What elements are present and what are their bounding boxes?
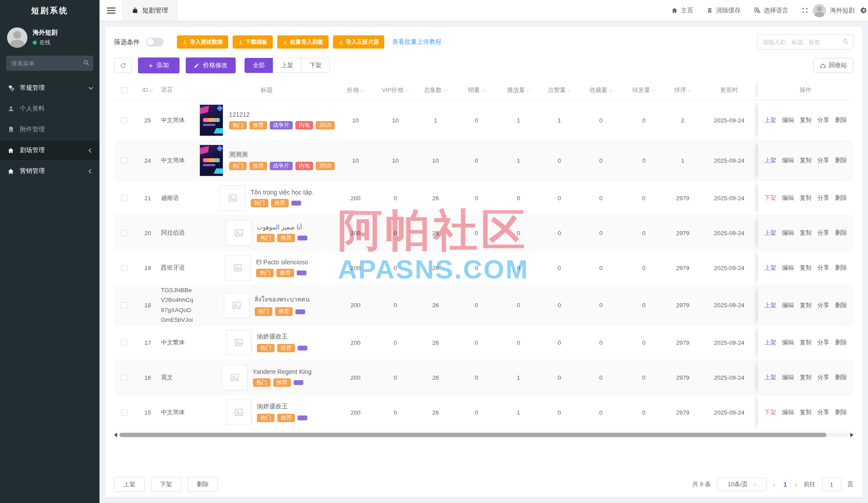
row-checkbox[interactable] (121, 117, 127, 123)
sort-icons[interactable]: ↓↑ (567, 88, 571, 93)
status-toggle-link[interactable]: 上架 (765, 116, 776, 124)
row-checkbox[interactable] (121, 302, 127, 309)
action-link[interactable]: 分享 (818, 373, 830, 381)
row-checkbox[interactable] (121, 265, 127, 271)
scrollbar-track[interactable] (119, 433, 848, 437)
action-link[interactable]: 分享 (818, 194, 830, 202)
status-toggle-link[interactable]: 上架 (765, 229, 776, 237)
sort-icons[interactable]: ↓↑ (688, 88, 692, 93)
sort-icons[interactable]: ↓↑ (149, 88, 153, 93)
nav-language[interactable]: 选择语言 (754, 7, 788, 15)
segment-全部[interactable]: 全部 (245, 58, 273, 73)
status-toggle-link[interactable]: 下架 (765, 194, 776, 202)
action-link[interactable]: 复制 (800, 373, 812, 381)
action-link[interactable]: 删除 (835, 156, 847, 164)
action-link[interactable]: 分享 (818, 156, 830, 164)
sort-icons[interactable]: ↓↑ (360, 88, 364, 93)
action-link[interactable]: 复制 (800, 408, 812, 416)
action-link[interactable]: 编辑 (782, 156, 794, 164)
action-link[interactable]: 删除 (835, 373, 847, 381)
sidebar-item[interactable]: 剧场管理 (0, 140, 99, 160)
action-link[interactable]: 删除 (835, 116, 847, 124)
recycle-bin-button[interactable]: 回收站 (813, 58, 854, 73)
action-link[interactable]: 编辑 (782, 264, 794, 272)
action-link[interactable]: 删除 (835, 408, 847, 416)
column-header-sort[interactable]: 排序↓↑ (665, 86, 700, 94)
prev-page-button[interactable]: ‹ (773, 480, 776, 488)
add-button[interactable]: + 添加 (138, 57, 180, 73)
action-link[interactable]: 编辑 (782, 229, 794, 237)
status-toggle-link[interactable]: 上架 (765, 264, 776, 272)
hamburger-menu-icon[interactable] (99, 0, 122, 21)
status-toggle-link[interactable]: 上架 (765, 339, 776, 347)
price-edit-button[interactable]: 价格修改 (186, 57, 236, 73)
status-toggle-link[interactable]: 上架 (765, 156, 776, 164)
column-header-eps[interactable]: 总集数↓↑ (416, 86, 455, 94)
column-header-sales[interactable]: 销量↓↑ (455, 86, 497, 94)
row-checkbox[interactable] (121, 157, 127, 164)
sidebar-item[interactable]: 附件管理 (0, 119, 99, 140)
scrollbar-thumb[interactable] (119, 433, 826, 437)
bulk-上架-button[interactable]: 上架 (114, 477, 145, 492)
nav-home[interactable]: 主页 (671, 7, 693, 15)
sidebar-item[interactable]: 常规管理 (0, 77, 99, 98)
sort-icons[interactable]: ↓↑ (609, 88, 613, 93)
import-button[interactable]: 下载模板 (233, 35, 273, 49)
search-icon[interactable] (83, 60, 89, 66)
action-link[interactable]: 编辑 (782, 116, 794, 124)
search-icon[interactable] (842, 38, 849, 45)
navbar-user[interactable]: 海外短剧 (813, 4, 855, 17)
sort-icons[interactable]: ↓↑ (481, 88, 485, 93)
scroll-left-arrow[interactable] (114, 433, 117, 437)
row-checkbox[interactable] (121, 195, 127, 201)
action-link[interactable]: 删除 (835, 194, 847, 202)
sort-icons[interactable]: ↓↑ (526, 88, 530, 93)
bulk-下架-button[interactable]: 下架 (151, 477, 181, 492)
current-page[interactable]: 1 (782, 481, 789, 488)
action-link[interactable]: 编辑 (782, 301, 794, 309)
scroll-right-arrow[interactable] (850, 433, 853, 437)
status-toggle-link[interactable]: 上架 (765, 373, 776, 381)
action-link[interactable]: 复制 (800, 264, 812, 272)
sort-icons[interactable]: ↓↑ (652, 88, 656, 93)
action-link[interactable]: 复制 (800, 301, 812, 309)
action-link[interactable]: 分享 (818, 339, 830, 347)
tab-drama-management[interactable]: 短剧管理 (122, 0, 177, 21)
column-header-vip[interactable]: VIP价格↓↑ (375, 86, 416, 94)
action-link[interactable]: 复制 (800, 229, 812, 237)
action-link[interactable]: 复制 (800, 116, 812, 124)
sidebar-item[interactable]: 个人资料 (0, 98, 99, 119)
import-button[interactable]: 导入测试数据 (177, 35, 228, 49)
segment-上架[interactable]: 上架 (273, 58, 302, 73)
goto-page-input[interactable] (822, 478, 841, 491)
action-link[interactable]: 编辑 (782, 408, 794, 416)
row-checkbox[interactable] (121, 409, 127, 415)
select-all-checkbox[interactable] (121, 87, 127, 93)
action-link[interactable]: 分享 (818, 264, 830, 272)
row-checkbox[interactable] (121, 230, 127, 236)
next-page-button[interactable]: › (795, 480, 798, 488)
table-search-input[interactable] (757, 34, 853, 50)
nav-clear-cache[interactable]: 清除缓存 (707, 7, 741, 15)
action-link[interactable]: 复制 (800, 156, 812, 164)
batch-upload-tutorial-link[interactable]: 查看批量上传教程 (392, 38, 442, 46)
action-link[interactable]: 删除 (835, 301, 847, 309)
poster-thumbnail[interactable] (199, 104, 224, 137)
refresh-button[interactable] (114, 58, 132, 73)
status-toggle-link[interactable]: 下架 (765, 408, 776, 416)
sort-icons[interactable]: ↓↑ (444, 88, 447, 93)
gear-icon[interactable] (860, 7, 868, 14)
page-size-select[interactable]: 10条/页 (717, 478, 767, 491)
action-link[interactable]: 分享 (818, 116, 830, 124)
action-link[interactable]: 编辑 (782, 373, 794, 381)
row-checkbox[interactable] (121, 339, 127, 346)
menu-search-input[interactable] (6, 56, 93, 71)
sort-icons[interactable]: ↓↑ (405, 88, 409, 93)
column-header-plays[interactable]: 播放量↓↑ (497, 86, 539, 94)
action-link[interactable]: 复制 (800, 194, 812, 202)
column-header-likes[interactable]: 点赞量↓↑ (539, 86, 579, 94)
action-link[interactable]: 删除 (835, 339, 847, 347)
action-link[interactable]: 分享 (818, 301, 830, 309)
column-header-id[interactable]: ID↓↑ (134, 87, 161, 93)
segment-下架[interactable]: 下架 (301, 58, 330, 73)
